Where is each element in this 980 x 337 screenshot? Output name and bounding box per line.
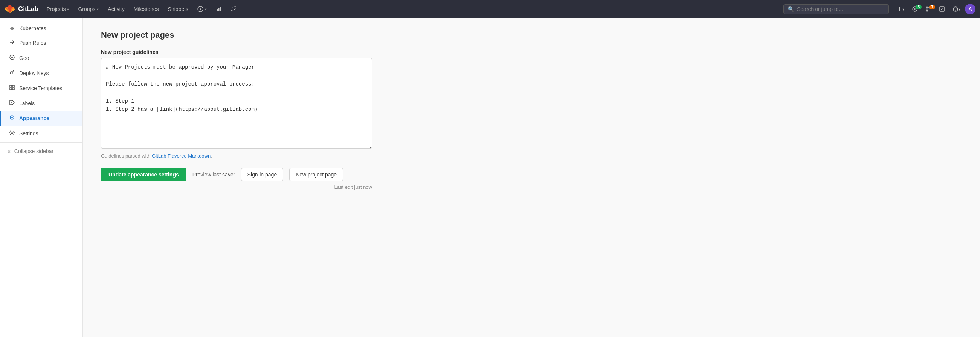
create-chevron-icon: ▾: [902, 7, 904, 11]
sidebar-item-deploy-keys-label: Deploy Keys: [19, 70, 49, 76]
sidebar-item-settings-label: Settings: [19, 131, 38, 136]
gitlab-logo[interactable]: GitLab: [5, 4, 38, 14]
appearance-icon: [9, 115, 16, 122]
guidelines-form-group: New project guidelines # New Projects mu…: [101, 49, 962, 159]
guidelines-textarea[interactable]: # New Projects must be approved by your …: [101, 58, 372, 149]
helper-text: Guidelines parsed with GitLab Flavored M…: [101, 153, 372, 159]
issues-button[interactable]: 5: [909, 5, 921, 14]
labels-icon: [9, 99, 16, 107]
collapse-sidebar-icon: «: [8, 148, 11, 154]
snippets-link[interactable]: Snippets: [164, 5, 192, 14]
svg-point-6: [926, 7, 928, 8]
preview-label: Preview last save:: [192, 171, 235, 177]
topnav-icon-group: ▾ 5 7 ▾ A: [893, 4, 975, 14]
update-appearance-button[interactable]: Update appearance settings: [101, 168, 186, 181]
sidebar-item-geo[interactable]: Geo: [0, 51, 83, 65]
svg-rect-16: [13, 85, 14, 87]
gfm-link[interactable]: GitLab Flavored Markdown: [152, 153, 210, 159]
user-avatar[interactable]: A: [965, 4, 975, 14]
svg-rect-15: [10, 85, 12, 87]
main-layout: ⎈ Kubernetes Push Rules Geo Deploy Keys: [0, 18, 980, 337]
section-title: New project pages: [101, 30, 962, 40]
svg-point-19: [11, 102, 12, 103]
sidebar-item-appearance[interactable]: Appearance: [0, 111, 83, 126]
svg-point-21: [11, 117, 13, 118]
svg-rect-17: [10, 88, 12, 90]
collapse-sidebar-label: Collapse sidebar: [14, 148, 54, 154]
svg-point-5: [914, 8, 916, 10]
todo-button[interactable]: [936, 5, 948, 14]
deploy-keys-icon: [9, 69, 16, 77]
monitoring-menu[interactable]: ▾: [194, 5, 210, 14]
actions-row: Update appearance settings Preview last …: [101, 168, 962, 181]
sidebar-item-kubernetes[interactable]: ⎈ Kubernetes: [0, 21, 83, 35]
sidebar-item-push-rules[interactable]: Push Rules: [0, 35, 83, 51]
monitoring-chevron-icon: ▾: [205, 7, 207, 11]
sidebar-item-service-templates[interactable]: Service Templates: [0, 81, 83, 96]
groups-menu[interactable]: Groups ▾: [74, 5, 102, 14]
sidebar-item-geo-label: Geo: [19, 55, 29, 61]
bar-chart-icon: [216, 6, 222, 12]
create-button[interactable]: ▾: [893, 5, 907, 14]
svg-point-13: [11, 56, 13, 58]
mr-badge: 7: [929, 5, 935, 10]
geo-icon: [9, 54, 16, 62]
gitlab-logo-icon: [5, 4, 15, 14]
svg-rect-2: [218, 8, 220, 11]
settings-icon: [9, 130, 16, 137]
svg-rect-18: [13, 88, 14, 90]
activity-link[interactable]: Activity: [104, 5, 128, 14]
search-box[interactable]: 🔍: [783, 4, 889, 14]
help-icon: [953, 6, 959, 12]
wrench-icon-btn[interactable]: [227, 5, 241, 14]
sidebar-item-settings[interactable]: Settings: [0, 126, 83, 141]
guidelines-label: New project guidelines: [101, 49, 962, 55]
sidebar: ⎈ Kubernetes Push Rules Geo Deploy Keys: [0, 18, 83, 337]
gitlab-wordmark: GitLab: [18, 5, 38, 13]
help-button[interactable]: ▾: [950, 5, 963, 14]
signin-page-preview-button[interactable]: Sign-in page: [241, 168, 283, 181]
sidebar-item-kubernetes-label: Kubernetes: [19, 25, 46, 31]
service-templates-icon: [9, 85, 16, 92]
push-rules-icon: [9, 39, 16, 47]
new-project-page-preview-button[interactable]: New project page: [289, 168, 343, 181]
sidebar-divider: [0, 142, 83, 143]
top-navigation: GitLab Projects ▾ Groups ▾ Activity Mile…: [0, 0, 980, 18]
search-input[interactable]: [797, 6, 885, 12]
main-content-area: New project pages New project guidelines…: [83, 18, 980, 337]
plus-icon: [896, 6, 902, 12]
svg-rect-3: [220, 7, 221, 11]
helper-text-end: .: [210, 153, 212, 159]
help-chevron-icon: ▾: [959, 7, 961, 11]
sidebar-item-push-rules-label: Push Rules: [19, 40, 46, 46]
projects-menu[interactable]: Projects ▾: [43, 5, 73, 14]
svg-point-22: [11, 132, 13, 134]
collapse-sidebar-button[interactable]: « Collapse sidebar: [0, 144, 83, 158]
svg-rect-1: [216, 10, 218, 11]
issues-badge: 5: [916, 5, 922, 10]
sidebar-item-deploy-keys[interactable]: Deploy Keys: [0, 65, 83, 81]
merge-requests-button[interactable]: 7: [923, 5, 934, 14]
projects-chevron-icon: ▾: [67, 7, 69, 11]
todo-icon: [939, 6, 945, 12]
sidebar-item-appearance-label: Appearance: [19, 115, 49, 121]
kubernetes-icon: ⎈: [9, 25, 16, 32]
svg-point-7: [926, 10, 928, 11]
sidebar-item-labels[interactable]: Labels: [0, 96, 83, 111]
chart-icon-btn[interactable]: [212, 5, 226, 14]
wrench-icon: [231, 6, 237, 12]
search-icon: 🔍: [788, 6, 794, 12]
sidebar-item-labels-label: Labels: [19, 100, 35, 106]
svg-point-11: [955, 10, 956, 11]
milestones-link[interactable]: Milestones: [130, 5, 163, 14]
sidebar-item-service-templates-label: Service Templates: [19, 85, 62, 91]
last-edit-text: Last edit just now: [101, 184, 372, 190]
bell-icon: [197, 6, 204, 12]
groups-chevron-icon: ▾: [97, 7, 99, 11]
helper-text-prefix: Guidelines parsed with: [101, 153, 152, 159]
